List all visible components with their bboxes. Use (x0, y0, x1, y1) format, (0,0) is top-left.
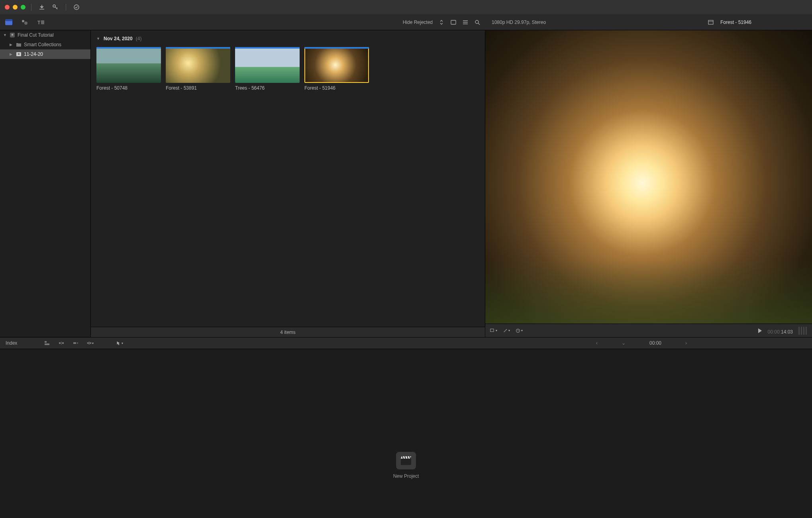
svg-rect-8 (451, 20, 456, 24)
clip-thumbnail[interactable] (304, 47, 369, 83)
sidebar-item-label: Final Cut Tutorial (18, 32, 54, 38)
updown-icon (438, 19, 445, 26)
minimize-window-button[interactable] (13, 5, 18, 10)
titlebar (0, 0, 812, 14)
retime-button[interactable]: ▾ (516, 328, 523, 334)
viewer-image (485, 30, 812, 324)
background-tasks-button[interactable] (72, 3, 81, 11)
upper-area: ▼ Final Cut Tutorial ▶ Smart Collections… (0, 30, 812, 337)
overwrite-icon (86, 340, 92, 346)
timeline[interactable]: New Project (0, 349, 812, 518)
insert-clip-button[interactable] (58, 340, 65, 346)
browser-item-count: 4 items (280, 330, 296, 335)
filter-menu[interactable]: Hide Rejected (403, 20, 433, 25)
svg-rect-10 (708, 20, 713, 24)
new-project-button[interactable]: New Project (393, 452, 419, 479)
viewer-canvas[interactable] (485, 30, 812, 324)
clip-item[interactable]: Forest - 53891 (166, 47, 230, 91)
svg-point-9 (475, 20, 479, 24)
timecode-display[interactable]: 00:00:14:03 (768, 326, 793, 336)
svg-rect-16 (45, 341, 47, 343)
svg-rect-14 (490, 329, 494, 332)
svg-rect-3 (5, 19, 12, 21)
viewer: ▾ ▾ ▾ 00:00:14:03 (485, 30, 812, 337)
clip-thumbnail[interactable] (235, 47, 300, 83)
timeline-time-display: 00:00 (649, 340, 661, 346)
library-icon (5, 19, 13, 26)
library-sidebar-button[interactable] (4, 18, 14, 27)
disclosure-triangle-icon[interactable]: ▼ (96, 37, 100, 41)
clip-label: Forest - 51946 (304, 85, 369, 91)
clip-browser: ▼ Nov 24, 2020 (4) Forest - 50748 Forest… (91, 30, 485, 337)
sidebar-item-event[interactable]: ▶ 11-24-20 (0, 49, 90, 59)
library-sidebar: ▼ Final Cut Tutorial ▶ Smart Collections… (0, 30, 91, 337)
folder-icon (16, 42, 22, 47)
clip-view-icon[interactable] (450, 19, 457, 26)
viewer-layout-icon[interactable] (708, 19, 714, 26)
search-icon[interactable] (474, 19, 481, 26)
sidebar-item-smart-collections[interactable]: ▶ Smart Collections (0, 40, 90, 49)
disclosure-triangle-icon[interactable]: ▶ (10, 52, 14, 56)
browser-date-header[interactable]: ▼ Nov 24, 2020 (4) (91, 30, 485, 44)
photos-sidebar-button[interactable] (20, 18, 29, 27)
svg-point-4 (22, 20, 24, 22)
header-bar: T Hide Rejected 1080p HD 29.97p, Stereo … (0, 14, 812, 30)
view-options-button[interactable]: ▾ (490, 328, 497, 334)
timeline-nav-prev[interactable]: ‹ (596, 340, 598, 346)
svg-rect-20 (73, 342, 76, 344)
append-icon (73, 340, 79, 346)
svg-rect-18 (59, 342, 61, 344)
event-star-icon (16, 52, 22, 57)
close-window-button[interactable] (5, 5, 10, 10)
clip-thumbnail[interactable] (96, 47, 161, 83)
clock-icon (516, 328, 520, 334)
import-button[interactable] (37, 3, 47, 11)
clip-label: Forest - 50748 (96, 85, 161, 91)
clip-label: Forest - 53891 (166, 85, 230, 91)
clip-item[interactable]: Trees - 56476 (235, 47, 300, 91)
svg-point-5 (24, 22, 27, 25)
connect-clip-button[interactable] (43, 340, 51, 346)
photos-icon (21, 19, 29, 26)
sidebar-item-label: Smart Collections (24, 42, 61, 47)
svg-text:T: T (37, 20, 41, 26)
clip-item[interactable]: Forest - 50748 (96, 47, 161, 91)
disclosure-triangle-icon[interactable]: ▶ (10, 43, 14, 47)
append-clip-button[interactable] (72, 340, 79, 346)
timeline-toolbar: Index ▾ ▾ ‹ ⌄ 00:00 › (0, 337, 812, 349)
tool-select-button[interactable]: ▾ (116, 340, 123, 346)
timeline-zoom-menu[interactable]: ⌄ (622, 340, 626, 346)
titles-sidebar-button[interactable]: T (36, 18, 45, 27)
arrow-tool-icon (116, 340, 121, 346)
wand-icon (503, 328, 508, 334)
clip-label: Trees - 56476 (235, 85, 300, 91)
overwrite-clip-button[interactable]: ▾ (86, 340, 94, 346)
insert-icon (58, 340, 65, 346)
transform-button[interactable]: ▾ (503, 328, 510, 334)
import-icon (39, 4, 45, 10)
rectangle-icon (490, 328, 495, 334)
play-icon[interactable] (757, 328, 762, 334)
clip-item[interactable]: Forest - 51946 (304, 47, 369, 91)
audio-meter[interactable] (798, 327, 807, 335)
keyword-button[interactable] (51, 3, 60, 11)
check-circle-icon (73, 4, 80, 10)
window-controls (5, 5, 25, 10)
sidebar-item-library[interactable]: ▼ Final Cut Tutorial (0, 30, 90, 40)
zoom-window-button[interactable] (21, 5, 25, 10)
browser-footer: 4 items (91, 327, 485, 337)
clip-thumbnail[interactable] (166, 47, 230, 83)
browser-date-label: Nov 24, 2020 (104, 36, 133, 41)
browser-count-label: (4) (136, 36, 142, 41)
viewer-toolbar: ▾ ▾ ▾ 00:00:14:03 (485, 324, 812, 337)
timeline-nav-next[interactable]: › (685, 340, 687, 346)
index-button[interactable]: Index (6, 340, 17, 346)
list-view-icon[interactable] (462, 19, 469, 26)
clips-grid: Forest - 50748 Forest - 53891 Trees - 56… (91, 44, 485, 94)
svg-rect-19 (62, 342, 64, 344)
disclosure-triangle-icon[interactable]: ▼ (3, 33, 7, 37)
svg-rect-17 (45, 343, 49, 345)
new-project-label: New Project (393, 473, 419, 479)
svg-rect-23 (89, 342, 90, 345)
svg-rect-21 (77, 342, 78, 344)
